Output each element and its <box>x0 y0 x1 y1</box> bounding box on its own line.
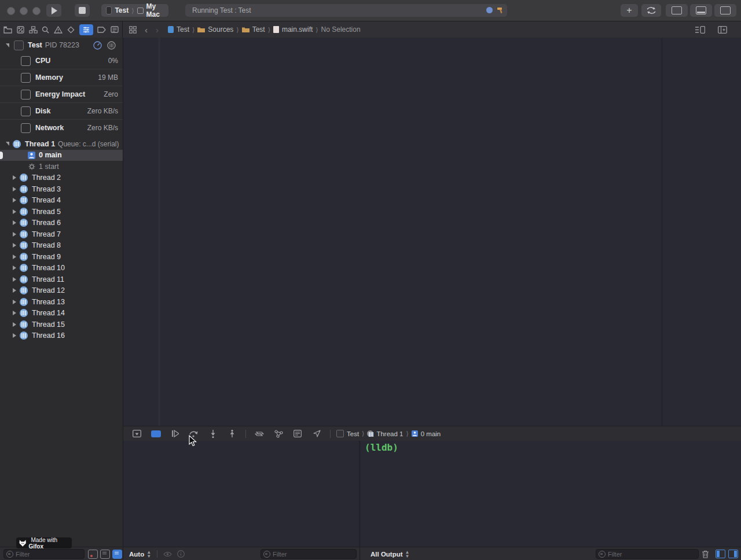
thread-row[interactable]: Thread 9 <box>0 251 123 263</box>
disclosure-closed-icon[interactable] <box>13 322 16 327</box>
console-scope-popup[interactable]: All Output ▲▼ <box>370 550 410 558</box>
thread-row[interactable]: Thread 15 <box>0 319 123 330</box>
navigator-filter-input[interactable]: Filter <box>3 549 85 559</box>
go-back-button[interactable]: ‹ <box>145 25 148 35</box>
gauge-row-disk[interactable]: Disk Zero KB/s <box>0 102 123 119</box>
debug-memory-graph-button[interactable] <box>273 429 284 439</box>
thread-row[interactable]: Thread 10 <box>0 263 123 274</box>
debug-view-hierarchy-button[interactable] <box>254 429 265 439</box>
thread-row[interactable]: Thread 11 <box>0 274 123 285</box>
toggle-debug-area-button[interactable] <box>690 4 712 17</box>
debug-indicator-icon[interactable] <box>486 7 493 13</box>
build-hammer-icon[interactable] <box>497 6 504 14</box>
step-out-button[interactable] <box>226 429 238 439</box>
stop-button[interactable] <box>75 4 90 17</box>
disclosure-open-icon[interactable] <box>6 43 9 47</box>
thread-row[interactable]: Thread 3 <box>0 183 123 195</box>
console-filter-input[interactable]: Filter <box>596 549 699 559</box>
disclosure-closed-icon[interactable] <box>13 175 16 180</box>
toggle-variables-pane-button[interactable] <box>716 550 725 558</box>
run-button[interactable] <box>46 4 61 17</box>
crumb-thread[interactable]: Thread 1 <box>376 430 403 437</box>
gauge-row-network[interactable]: Network Zero KB/s <box>0 119 123 136</box>
breadcrumb-file[interactable]: main.swift <box>282 25 313 34</box>
thread-row[interactable]: Thread 13 <box>0 296 123 308</box>
find-navigator-icon[interactable] <box>42 26 49 34</box>
toggle-console-pane-button[interactable] <box>728 550 738 558</box>
disclosure-closed-icon[interactable] <box>13 209 16 214</box>
continue-button[interactable] <box>169 429 181 439</box>
toggle-editor-button[interactable] <box>641 4 661 17</box>
thread-row[interactable]: Thread 2 <box>0 172 123 184</box>
thread-row[interactable]: Thread 8 <box>0 240 123 252</box>
breadcrumb-project[interactable]: Test <box>177 25 189 34</box>
close-window-button[interactable] <box>7 7 15 15</box>
symbol-navigator-icon[interactable] <box>29 26 38 34</box>
thread-row[interactable]: Thread 5 <box>0 206 123 218</box>
add-editor-icon[interactable] <box>718 26 727 34</box>
gauge-row-energy-impact[interactable]: Energy Impact Zero <box>0 86 123 102</box>
hide-navigator-button[interactable] <box>666 4 688 17</box>
thread-row[interactable]: Thread 12 <box>0 285 123 297</box>
thread-row[interactable]: Thread 14 <box>0 308 123 319</box>
crumb-process[interactable]: Test <box>347 430 359 437</box>
adjust-editor-options-icon[interactable] <box>695 26 705 34</box>
source-editor[interactable] <box>123 38 741 426</box>
breadcrumb-selection[interactable]: No Selection <box>321 25 361 34</box>
breadcrumb-group[interactable]: Test <box>252 25 265 34</box>
related-items-icon[interactable] <box>129 26 137 34</box>
variables-view[interactable] <box>123 441 359 547</box>
disclosure-closed-icon[interactable] <box>13 311 16 315</box>
thread-row[interactable]: Thread 4 <box>0 195 123 207</box>
disclosure-open-icon[interactable] <box>6 142 9 146</box>
minimize-window-button[interactable] <box>20 7 28 15</box>
thread-1-row[interactable]: Thread 1 Queue: c...d (serial) <box>0 138 123 150</box>
disclosure-closed-icon[interactable] <box>13 187 16 191</box>
breakpoint-navigator-icon[interactable] <box>97 27 106 33</box>
report-navigator-icon[interactable] <box>111 26 119 33</box>
clear-console-trash-icon[interactable] <box>702 550 709 558</box>
zoom-window-button[interactable] <box>32 7 41 15</box>
disclosure-closed-icon[interactable] <box>13 232 16 237</box>
breakpoints-toggle-button[interactable] <box>150 429 162 439</box>
editor-minimap[interactable] <box>662 38 741 426</box>
simulate-location-button[interactable] <box>311 429 322 439</box>
debug-navigator-tab-active[interactable] <box>79 24 93 35</box>
issue-navigator-icon[interactable] <box>54 26 63 34</box>
environment-overrides-button[interactable] <box>292 429 303 439</box>
disclosure-closed-icon[interactable] <box>13 277 16 282</box>
breadcrumb-sources[interactable]: Sources <box>208 25 233 34</box>
view-process-by-thread-icon[interactable] <box>107 41 116 50</box>
disclosure-closed-icon[interactable] <box>13 288 16 293</box>
library-button[interactable]: + <box>621 4 638 17</box>
console-view[interactable]: (lldb) <box>360 441 741 547</box>
stack-frame-1-start[interactable]: 1 start <box>0 161 123 172</box>
disclosure-closed-icon[interactable] <box>13 198 16 202</box>
gauge-row-cpu[interactable]: CPU 0% <box>0 53 123 69</box>
variables-scope-popup[interactable]: Auto ▲▼ <box>129 550 151 558</box>
gauge-row-memory[interactable]: Memory 19 MB <box>0 69 123 86</box>
toggle-inspector-button[interactable] <box>714 4 736 17</box>
view-by-thread-scope-button-active[interactable] <box>112 550 122 559</box>
project-navigator-icon[interactable] <box>3 26 12 34</box>
process-row[interactable]: Test PID 78223 <box>0 38 123 53</box>
disclosure-closed-icon[interactable] <box>13 300 16 304</box>
disclosure-closed-icon[interactable] <box>13 333 16 338</box>
thread-row[interactable]: Thread 16 <box>0 330 123 342</box>
test-navigator-icon[interactable] <box>67 26 75 34</box>
scheme-selector[interactable]: Test ⟩ My Mac <box>101 4 168 17</box>
hide-debug-area-button[interactable] <box>131 429 142 439</box>
thread-row[interactable]: Thread 6 <box>0 218 123 229</box>
disclosure-closed-icon[interactable] <box>13 255 16 259</box>
disclosure-closed-icon[interactable] <box>13 220 16 225</box>
variables-filter-input[interactable]: Filter <box>261 549 357 559</box>
info-icon[interactable] <box>177 550 185 558</box>
show-only-crashed-scope-button[interactable] <box>88 550 98 559</box>
profile-in-instruments-icon[interactable] <box>93 41 102 50</box>
stack-frame-0-main[interactable]: 0 main <box>0 150 123 161</box>
source-control-navigator-icon[interactable] <box>17 26 24 34</box>
thread-row[interactable]: Thread 7 <box>0 229 123 240</box>
crumb-frame[interactable]: 0 main <box>421 430 441 437</box>
step-into-button[interactable] <box>207 429 219 439</box>
go-forward-button[interactable]: › <box>156 25 159 35</box>
